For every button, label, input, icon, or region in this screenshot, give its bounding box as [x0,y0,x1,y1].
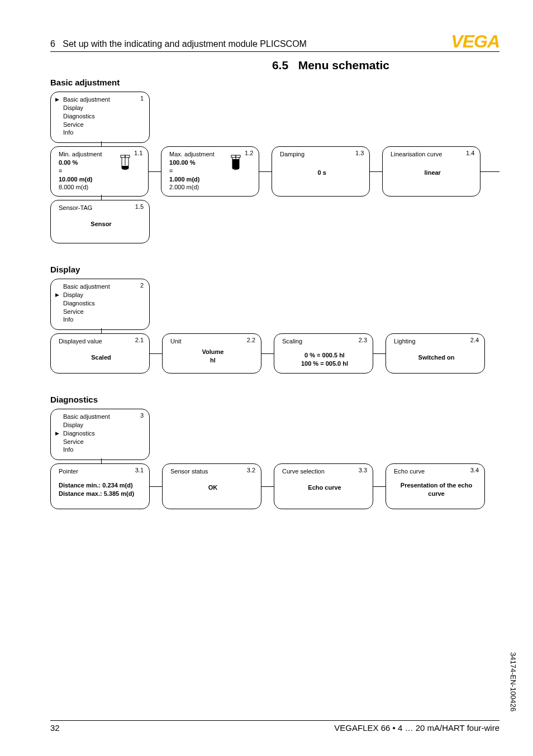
page-footer: 32 VEGAFLEX 66 • 4 … 20 mA/HART four-wir… [50,720,499,733]
svg-rect-4 [231,155,236,157]
node-sensor-status: 3.2 Sensor status OK [162,463,261,509]
node-num: 2.1 [135,336,144,344]
node-value: Scaled [59,353,144,362]
node-value: Echo curve [282,484,367,492]
svg-rect-1 [125,155,130,157]
node-line: 8.000 m(d) [59,183,142,192]
node-line: 100 % = 005.0 hl [282,360,367,368]
node-line: Distance min.: 0.234 m(d) [59,481,144,490]
node-num: 3.2 [247,466,255,475]
menu-item: Service [59,308,144,316]
node-title: Pointer [59,467,144,476]
svg-rect-2 [122,166,129,169]
node-pointer: 3.1 Pointer Distance min.: 0.234 m(d) Di… [50,463,150,509]
menu-item: Basic adjustment [59,413,144,421]
node-num: 1.2 [245,149,253,157]
menu-item: Service [59,438,144,446]
menu-item: Display [59,104,144,112]
node-damping: 1.3 Damping 0 s [272,146,370,197]
node-line: 0 % = 000.5 hl [282,351,367,360]
node-value: Switched on [394,353,479,362]
menu-basic: 1 Basic adjustment Display Diagnostics S… [50,92,150,143]
menu-item: Display [59,421,144,429]
node-line: 1.000 m(d) [169,175,253,184]
node-title: Unit [170,337,255,346]
node-num: 3.3 [359,466,367,475]
chapter-number: 6 [50,39,55,49]
node-line: Distance max.: 5.385 m(d) [59,490,144,498]
menu-item: Diagnostics [59,112,144,121]
node-line: 2.000 m(d) [169,183,253,192]
svg-rect-5 [236,155,240,157]
page-header: 6 Set up with the indicating and adjustm… [50,39,499,52]
logo-text: VEGA [451,31,499,52]
node-value: OK [170,484,255,492]
node-title: Scaling [282,337,367,346]
menu-diagnostics: 3 Basic adjustment Display Diagnostics S… [50,409,150,460]
node-value: Presentation of the echo curve [394,481,479,498]
chapter-title: Set up with the indicating and adjustmen… [63,39,307,49]
node-num: 2.2 [247,336,255,344]
node-title: Sensor status [170,467,255,476]
node-num: 1.4 [466,149,474,157]
node-echo-curve: 3.4 Echo curve Presentation of the echo … [386,463,485,509]
node-title: Linearisation curve [391,150,474,159]
node-line: 10.000 m(d) [59,175,142,184]
node-sensor-tag: 1.5 Sensor-TAG Sensor [50,200,150,243]
node-value: Sensor [59,220,144,228]
node-title: Curve selection [282,467,367,476]
section-number: 6.5 [272,59,288,71]
node-num: 3.1 [135,466,144,475]
node-scaling: 2.3 Scaling 0 % = 000.5 hl 100 % = 005.0… [274,333,373,374]
tank-min-icon [120,155,130,170]
node-line: Volume [170,348,255,356]
tank-max-icon [231,155,241,170]
node-title: Damping [280,150,364,159]
node-num: 1.3 [355,149,364,157]
doc-code: 34174-EN-100426 [509,652,517,711]
svg-rect-0 [121,155,125,157]
node-num: 3.4 [470,466,479,475]
node-value: 0 s [280,169,364,177]
section-title: 6.5 Menu schematic [162,59,499,72]
node-line: hl [170,356,255,365]
product-line: VEGAFLEX 66 • 4 … 20 mA/HART four-wire [334,723,499,733]
menu-item: Diagnostics [59,299,144,308]
node-displayed-value: 2.1 Displayed value Scaled [50,333,150,374]
menu-item: Info [59,128,144,137]
basic-heading: Basic adjustment [50,78,499,87]
menu-item: Service [59,121,144,129]
menu-item: Info [59,446,144,454]
vega-logo: VEGA [451,31,499,52]
node-linearisation: 1.4 Linearisation curve linear [382,146,480,197]
diagnostics-heading: Diagnostics [50,395,499,404]
node-num: 1.5 [135,203,144,211]
menu-display: 2 Basic adjustment Display Diagnostics S… [50,279,150,330]
node-min-adjustment: 1.1 Min. adjustment 0.00 % = 10.000 m(d)… [50,146,149,197]
node-value: linear [391,169,474,177]
display-heading: Display [50,265,499,274]
node-title: Echo curve [394,467,479,476]
svg-rect-6 [232,159,239,169]
node-lighting: 2.4 Lighting Switched on [386,333,485,374]
node-title: Sensor-TAG [59,204,144,212]
menu-item: Display [59,291,144,299]
node-num: 2.4 [470,336,479,344]
menu-item: Diagnostics [59,429,144,438]
section-heading: Menu schematic [298,59,389,71]
node-title: Lighting [394,337,479,346]
node-max-adjustment: 1.2 Max. adjustment 100.00 % = 1.000 m(d… [161,146,259,197]
menu-item: Basic adjustment [59,95,144,104]
node-title: Displayed value [59,337,144,346]
menu-item: Basic adjustment [59,283,144,291]
page-number: 32 [50,723,60,733]
node-unit: 2.2 Unit Volume hl [162,333,261,374]
node-num: 2.3 [359,336,367,344]
node-curve-selection: 3.3 Curve selection Echo curve [274,463,373,509]
node-num: 1.1 [134,149,142,157]
menu-item: Info [59,315,144,324]
